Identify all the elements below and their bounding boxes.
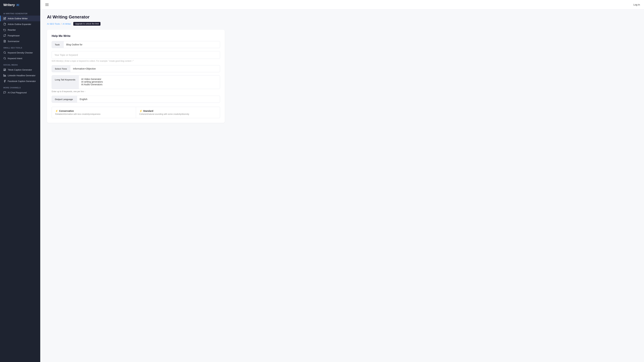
form-section-title: Help Me Write — [52, 34, 220, 38]
form-card: Help Me Write Task Blog Outline for 0/25… — [47, 30, 225, 123]
app-name-ai: AI — [16, 4, 20, 6]
creativity-option-standard[interactable]: ⚡ Standard Coherent/natural-sounding wit… — [136, 107, 220, 118]
breadcrumb-link-seo-tools[interactable]: AI SEO Tools — [47, 23, 60, 25]
svg-point-10 — [4, 74, 4, 75]
seo2-icon — [3, 57, 6, 60]
sidebar-item-summarizer[interactable]: Summarizer — [0, 38, 40, 44]
keywords-label: Long Tail Keywords — [52, 75, 79, 89]
seo-icon — [3, 51, 6, 54]
sidebar-item-article-outline-writer[interactable]: Article Outline Writer — [0, 15, 40, 21]
topbar-right: Log In — [634, 3, 640, 6]
file-icon — [3, 23, 6, 25]
topbar: Log In — [40, 0, 644, 9]
upgrade-badge[interactable]: Upgrade to unlock the limit — [73, 22, 100, 26]
sidebar-item-label: Article Outline Expander — [8, 23, 31, 25]
sidebar-item-label: Article Outline Writer — [8, 17, 28, 20]
chat-icon — [3, 91, 6, 94]
sidebar-item-keyword-density-checker[interactable]: Keyword Density Checker — [0, 50, 40, 55]
sidebar-item-label: Keyword Intent — [8, 57, 22, 60]
sidebar-section-social: Social Media — [0, 61, 40, 67]
doc-icon — [3, 40, 6, 42]
sidebar-item-label: Tiktok Caption Generator — [8, 68, 32, 71]
output-language-label: Output Language — [52, 96, 77, 103]
hamburger-menu[interactable] — [44, 2, 50, 7]
word-count-tip: | Enter a topic or keyword to collect. F… — [64, 60, 134, 62]
creativity-row: ⚡ Conservative Reliable/informative with… — [52, 107, 220, 118]
output-language-row: Output Language English — [52, 96, 220, 103]
keywords-textarea[interactable]: AI Video Generator AI writing generators… — [79, 75, 220, 89]
keywords-row: Long Tail Keywords AI Video Generator AI… — [52, 75, 220, 89]
svg-line-3 — [5, 53, 6, 54]
login-button[interactable]: Log In — [634, 3, 640, 6]
sidebar-section-seo: Small SEO Tools — [0, 44, 40, 50]
sidebar: Writery AI AI Writing Generator Article … — [0, 0, 40, 362]
svg-point-7 — [4, 70, 4, 70]
creativity-standard-desc: Coherent/natural-sounding with some crea… — [139, 113, 217, 115]
swap-icon — [3, 34, 6, 37]
topic-input[interactable] — [52, 51, 220, 59]
sidebar-item-linkedin-headline-generator[interactable]: Linkedin Headline Generator — [0, 72, 40, 78]
refresh-icon — [3, 28, 6, 31]
sidebar-item-label: Summarizer — [8, 40, 20, 42]
page-title: AI Writing Generator — [47, 14, 637, 19]
conservative-icon: ⚡ — [55, 110, 58, 112]
topbar-left — [44, 2, 50, 7]
social2-icon — [3, 74, 6, 77]
sidebar-item-label: Keyword Density Checker — [8, 51, 33, 54]
sidebar-item-ai-chat-playground[interactable]: AI Chat Playground — [0, 90, 40, 95]
content-area: AI Writing Generator AI SEO Tools / AI W… — [40, 9, 644, 362]
creativity-conservative-desc: Reliable/informative with less creativit… — [55, 113, 132, 115]
svg-rect-9 — [4, 75, 4, 76]
sidebar-section-more: More Channels — [0, 84, 40, 90]
task-row: Task Blog Outline for — [52, 41, 220, 48]
sidebar-section-writing: AI Writing Generator — [0, 10, 40, 15]
main-area: Log In AI Writing Generator AI SEO Tools… — [40, 0, 644, 362]
breadcrumb-link-ai-writer[interactable]: AI Writer — [62, 23, 71, 25]
select-tone-label: Select Tone — [52, 65, 70, 72]
sidebar-item-keyword-intent[interactable]: Keyword Intent — [0, 55, 40, 61]
sidebar-item-label: Linkedin Headline Generator — [8, 74, 36, 77]
creativity-option-conservative[interactable]: ⚡ Conservative Reliable/informative with… — [52, 107, 136, 118]
breadcrumb-separator: / — [61, 23, 62, 25]
sidebar-item-paraphraser[interactable]: Paraphraser — [0, 33, 40, 38]
creativity-section: ⚡ Conservative Reliable/informative with… — [52, 107, 220, 118]
svg-line-5 — [5, 59, 6, 59]
edit-icon — [3, 17, 6, 20]
breadcrumb: AI SEO Tools / AI Writer Upgrade to unlo… — [47, 22, 637, 26]
creativity-standard-title: ⚡ Standard — [139, 110, 217, 112]
creativity-conservative-title: ⚡ Conservative — [55, 110, 132, 112]
select-tone-row: Select Tone Informative+Objective — [52, 65, 220, 72]
app-name-writery: Writery — [3, 3, 15, 7]
sidebar-item-label: AI Chat Playground — [8, 91, 27, 94]
task-value: Blog Outline for — [64, 41, 85, 48]
svg-point-8 — [5, 70, 5, 70]
output-language-value[interactable]: English — [77, 96, 90, 103]
sidebar-item-tiktok-caption-generator[interactable]: Tiktok Caption Generator — [0, 67, 40, 72]
sidebar-item-label: Paraphraser — [8, 34, 20, 37]
social3-icon — [3, 80, 6, 82]
sidebar-item-facebook-caption-generator[interactable]: Facebook Caption Generator — [0, 78, 40, 84]
keywords-hint: Enter up to 8 keywords, one per line ↑ — [52, 90, 220, 93]
sidebar-item-label: Rewriter — [8, 29, 16, 31]
sidebar-item-article-outline-expander[interactable]: Article Outline Expander — [0, 21, 40, 27]
app-logo[interactable]: Writery AI — [0, 0, 40, 10]
task-label: Task — [52, 41, 64, 48]
social-icon — [3, 68, 6, 71]
standard-icon: ⚡ — [139, 110, 142, 112]
sidebar-item-rewriter[interactable]: Rewriter — [0, 27, 40, 33]
sidebar-item-label: Facebook Caption Generator — [8, 80, 36, 82]
select-tone-value[interactable]: Informative+Objective — [70, 65, 98, 72]
word-count: 0/25 Word(s) — [52, 60, 63, 62]
word-count-hint: 0/25 Word(s) | Enter a topic or keyword … — [52, 60, 220, 62]
